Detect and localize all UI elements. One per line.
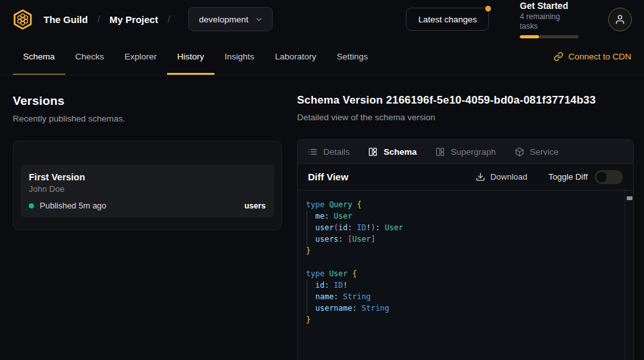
- version-detail-panel: Details Schema Sup: [297, 139, 634, 360]
- latest-changes-button[interactable]: Latest changes: [406, 8, 489, 31]
- versions-subtitle: Recently published schemas.: [13, 114, 282, 123]
- version-detail-title: Schema Version 2166196f-5e10-4059-bd0a-0…: [297, 94, 634, 107]
- get-started-title: Get Started: [520, 1, 579, 12]
- breadcrumb-separator: /: [97, 14, 100, 24]
- scrollbar-thumb[interactable]: [627, 196, 632, 200]
- target-selector-dropdown[interactable]: development: [188, 7, 273, 31]
- link-icon: [554, 52, 563, 61]
- version-status-row: Published 5m ago users: [29, 201, 266, 210]
- code-scrollbar[interactable]: [625, 191, 633, 360]
- nav-tab-settings[interactable]: Settings: [326, 38, 378, 75]
- project-name[interactable]: My Project: [109, 14, 158, 25]
- detail-tab-details[interactable]: Details: [308, 147, 350, 157]
- page: { "colors": { "accent": "#f4b740", "stat…: [0, 0, 644, 360]
- breadcrumb: The Guild / My Project / development: [12, 7, 273, 31]
- versions-title: Versions: [13, 94, 282, 108]
- org-name[interactable]: The Guild: [44, 14, 88, 25]
- get-started-subtitle: 4 remaining tasks: [520, 12, 579, 31]
- versions-list-card: First Version John Doe Published 5m ago …: [13, 141, 282, 230]
- version-detail-column: Schema Version 2166196f-5e10-4059-bd0a-0…: [297, 94, 634, 360]
- get-started-progressbar: [520, 35, 579, 38]
- latest-changes-label: Latest changes: [418, 15, 477, 24]
- target-selected-value: development: [199, 15, 248, 24]
- get-started-progress-fill: [520, 35, 539, 38]
- schema-code-viewer[interactable]: type Query { me: User user(id: ID!): Use…: [298, 191, 633, 360]
- toggle-diff-label: Toggle Diff: [549, 172, 588, 182]
- version-service-name: users: [245, 201, 266, 210]
- nav-tab-schema[interactable]: Schema: [13, 38, 65, 75]
- version-list-item[interactable]: First Version John Doe Published 5m ago …: [20, 165, 274, 217]
- nav-tab-checks[interactable]: Checks: [65, 38, 115, 75]
- get-started-widget[interactable]: Get Started 4 remaining tasks: [520, 1, 579, 38]
- connect-to-cdn-button[interactable]: Connect to CDN: [554, 38, 631, 75]
- version-detail-subtitle: Detailed view of the schema version: [297, 113, 634, 122]
- user-icon: [615, 14, 625, 25]
- version-status-text: Published 5m ago: [40, 201, 106, 210]
- chevron-down-icon: [255, 15, 263, 24]
- nav-tab-history[interactable]: History: [167, 38, 214, 75]
- main-nav: Schema Checks Explorer History Insights …: [0, 38, 644, 75]
- download-button[interactable]: Download: [476, 172, 527, 182]
- detail-tab-supergraph[interactable]: Supergraph: [435, 147, 496, 157]
- layout-panels-icon: [368, 147, 378, 157]
- nav-tab-explorer[interactable]: Explorer: [115, 38, 167, 75]
- download-label: Download: [490, 172, 527, 182]
- indent-guide: [307, 279, 307, 314]
- user-avatar-button[interactable]: [608, 8, 632, 31]
- list-icon: [308, 147, 318, 157]
- diff-toolbar: Diff View Download Toggle Diff: [298, 164, 633, 191]
- layout-panels-icon: [435, 147, 445, 157]
- header-actions: Latest changes Get Started 4 remaining t…: [406, 1, 632, 38]
- toggle-diff-group: Toggle Diff: [549, 170, 623, 184]
- breadcrumb-separator: /: [168, 14, 170, 24]
- detail-tab-label: Supergraph: [451, 147, 496, 157]
- diff-view-title: Diff View: [308, 171, 348, 182]
- version-name: First Version: [29, 172, 266, 182]
- main-content: Versions Recently published schemas. Fir…: [0, 75, 644, 360]
- indent-guide: [307, 210, 307, 245]
- notification-dot: [485, 6, 491, 12]
- nav-tab-laboratory[interactable]: Laboratory: [264, 38, 326, 75]
- published-status-dot: [29, 203, 34, 208]
- detail-tabs: Details Schema Sup: [298, 140, 633, 164]
- detail-tab-service[interactable]: Service: [515, 147, 559, 157]
- versions-column: Versions Recently published schemas. Fir…: [13, 94, 282, 360]
- top-header: The Guild / My Project / development Lat…: [0, 0, 644, 38]
- version-author: John Doe: [29, 184, 266, 194]
- detail-tab-label: Service: [530, 147, 559, 157]
- download-icon: [476, 172, 485, 182]
- nav-tab-insights[interactable]: Insights: [214, 38, 265, 75]
- detail-tab-label: Schema: [383, 147, 417, 157]
- toggle-diff-switch[interactable]: [595, 170, 623, 184]
- box-icon: [515, 147, 524, 157]
- connect-to-cdn-label: Connect to CDN: [568, 52, 631, 61]
- detail-tab-label: Details: [323, 147, 350, 157]
- detail-tab-schema[interactable]: Schema: [368, 147, 417, 157]
- code-block: type Query { me: User user(id: ID!): Use…: [306, 199, 618, 325]
- nav-tabs: Schema Checks Explorer History Insights …: [13, 38, 378, 75]
- guild-logo-icon[interactable]: [12, 8, 34, 31]
- switch-knob: [597, 172, 607, 182]
